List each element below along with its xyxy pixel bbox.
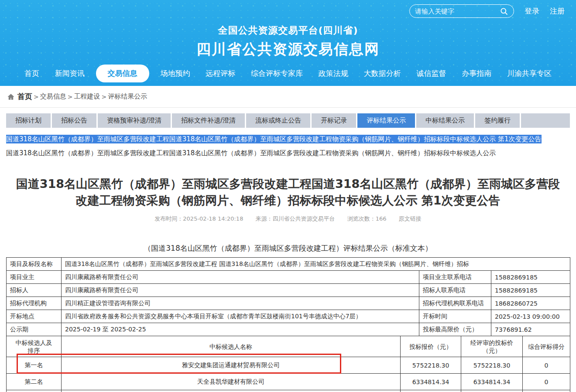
selected-text[interactable]: 国道318名山区黑竹（成都界）至雨城区多营段改建工程国道318名山区黑竹（成都界…	[6, 135, 542, 143]
breadcrumb-separator: >	[68, 93, 73, 100]
value-cell: 7376891.62	[491, 323, 570, 336]
tab-bid-opening-record[interactable]: 开标记录	[312, 113, 356, 128]
label-cell: 公示期	[7, 323, 62, 336]
reviewed-cell: 5752218.30	[461, 357, 523, 374]
nav-item-venue-booking[interactable]: 场地预约	[156, 65, 194, 82]
source: 来源：四川省公共资源交易平台	[256, 215, 335, 222]
rank-cell: 第二名	[7, 374, 62, 390]
page-title: 国道318名山区黑竹（成都界）至雨城区多营段改建工程国道318名山区黑竹（成都界…	[11, 176, 565, 209]
platform-title: 全国公共资源交易平台(四川省)	[0, 24, 576, 37]
breadcrumb-evaluation-result[interactable]: 评标结果公示	[108, 92, 147, 101]
candidate-row-3: 第三名	[7, 390, 570, 392]
label-cell: 开标地点	[7, 310, 62, 323]
tab-bidding-plan[interactable]: 招标计划	[6, 113, 51, 128]
label-cell: 招标人	[7, 284, 62, 297]
value-cell: 国道318名山区黑竹（成都界）至雨城区多营段改建工程 国道318名山区黑竹（成都…	[62, 258, 570, 271]
candidate-name-cell	[62, 390, 401, 392]
tab-prequalification-addendum[interactable]: 资格预审补遗/澄清	[98, 113, 171, 128]
header-bid: 投标报价（元）	[401, 336, 461, 357]
value-cell: 四川康藏路桥有限责任公司	[62, 271, 419, 284]
rank-cell: 第一名	[7, 357, 62, 374]
nav-item-integrity[interactable]: 诚信监督	[412, 65, 450, 82]
label-cell: 投标最高限价（元）	[419, 323, 491, 336]
score-cell: 0	[523, 357, 570, 374]
register-link[interactable]: 注册	[550, 6, 565, 16]
candidate-name-cell: 天全县凯华建材有限公司	[62, 374, 401, 390]
view-count: 浏览次数：166	[347, 215, 387, 222]
score-cell	[523, 390, 570, 392]
reviewed-cell	[461, 390, 523, 392]
project-info-table: 项目及标段名称 国道318名山区黑竹（成都界）至雨城区多营段改建工程 国道318…	[6, 257, 570, 336]
table-row: 项目业主 四川康藏路桥有限责任公司 项目业主联系电话 15882869185	[7, 271, 570, 284]
search-icon[interactable]	[500, 7, 508, 16]
nav-item-big-data[interactable]: 大数据分析	[360, 65, 405, 82]
breadcrumb-trade-info[interactable]: 交易信息	[40, 92, 66, 101]
value-cell: 四川精正建设管理咨询有限公司	[62, 297, 419, 310]
table-row: 公示期 2025-02-19 至 2025-02-25 投标最高限价（元） 73…	[7, 323, 570, 336]
label-cell: 招标代理机构联系电话	[419, 297, 491, 310]
nav-item-chuanyu-zone[interactable]: 川渝共享专区	[503, 65, 556, 82]
score-cell: 0	[523, 374, 570, 390]
reviewed-cell: 6334814.34	[461, 374, 523, 390]
value-cell: 2025-02-13 09:00:00	[491, 310, 570, 323]
value-cell: 四川省政府政务服务和公共资源交易服务中心本项目开标室（成都市青羊区鼓楼南街101…	[62, 310, 419, 323]
value-cell: 四川康藏路桥有限责任公司	[62, 284, 419, 297]
header-top-bar: 登录 注册	[409, 4, 565, 18]
main-nav: 首页 新闻资讯 交易信息 场地预约 远程评标 综合评标专家库 政策法规 大数据分…	[0, 64, 576, 82]
tab-failed-terminated[interactable]: 流标或终止公告	[246, 113, 310, 128]
nav-item-guide[interactable]: 办事指南	[457, 65, 496, 82]
tab-bidding-announcement[interactable]: 招标公告	[52, 113, 96, 128]
nav-item-remote-evaluation[interactable]: 远程评标	[201, 65, 240, 82]
header-score: 综合评标得分	[523, 336, 570, 357]
bid-cell: 5752218.30	[401, 357, 461, 374]
bid-cell: 6334814.34	[401, 374, 461, 390]
nav-item-policies[interactable]: 政策法规	[314, 65, 353, 82]
tab-bar: 招标计划 招标公告 资格预审补遗/澄清 招标文件补遗/澄清 流标或终止公告 开标…	[6, 113, 570, 128]
result-table-wrap: 项目及标段名称 国道318名山区黑竹（成都界）至雨城区多营段改建工程 国道318…	[6, 257, 570, 392]
search-box[interactable]	[409, 4, 514, 18]
label-cell: 项目业主联系电话	[419, 271, 491, 284]
breadcrumb-separator: >	[34, 93, 39, 100]
nav-item-home[interactable]: 首页	[20, 65, 44, 82]
tab-bar-filler	[521, 113, 570, 128]
candidate-row-1: 第一名 雅安交建集团运通建材贸易有限公司 5752218.30 5752218.…	[7, 357, 570, 374]
article-meta: 发布时间：2025-02-18 14:20:18 来源：四川省公共资源交易平台 …	[0, 215, 576, 223]
announcement-link[interactable]: 国道318名山区黑竹（成都界）至雨城区多营段改建工程国道318名山区黑竹（成都界…	[6, 149, 570, 157]
candidates-header-row: 中标候选人及排序 中标候选人名称 投标报价（元） 经评审的投标价（元） 综合评标…	[7, 336, 570, 357]
home-icon[interactable]	[7, 93, 15, 101]
announcement-link-selected[interactable]: 国道318名山区黑竹（成都界）至雨城区多营段改建工程国道318名山区黑竹（成都界…	[6, 134, 570, 144]
nav-item-expert-pool[interactable]: 综合评标专家库	[247, 65, 307, 82]
site-header: 登录 注册 全国公共资源交易平台(四川省) 四川省公共资源交易信息网 首页 新闻…	[0, 0, 576, 86]
original-link[interactable]: 原文链接	[399, 215, 422, 222]
breadcrumb: 首页 > 交易信息 > 工程建设 > 评标结果公示	[0, 86, 576, 108]
header-rank: 中标候选人及排序	[7, 336, 62, 357]
table-row: 开标地点 四川省政府政务服务和公共资源交易服务中心本项目开标室（成都市青羊区鼓楼…	[7, 310, 570, 323]
label-cell: 开标时间	[419, 310, 491, 323]
value-cell: 15882869185	[491, 271, 570, 284]
tab-bid-doc-addendum[interactable]: 招标文件补遗/澄清	[172, 113, 245, 128]
label-cell: 招标人联系电话	[419, 284, 491, 297]
login-link[interactable]: 登录	[525, 6, 539, 16]
breadcrumb-home[interactable]: 首页	[17, 92, 32, 102]
table-row: 招标人 四川康藏路桥有限责任公司 招标人联系电话 15882869185	[7, 284, 570, 297]
nav-item-news[interactable]: 新闻资讯	[51, 65, 89, 82]
table-row: 项目及标段名称 国道318名山区黑竹（成都界）至雨城区多营段改建工程 国道318…	[7, 258, 570, 271]
nav-item-trade-info[interactable]: 交易信息	[96, 65, 149, 82]
value-cell: 15882869185	[491, 284, 570, 297]
header-name: 中标候选人名称	[62, 336, 401, 357]
search-input[interactable]	[415, 7, 500, 15]
breadcrumb-engineering[interactable]: 工程建设	[74, 92, 100, 101]
label-cell: 项目业主	[7, 271, 62, 284]
value-cell: 2025-02-19 至 2025-02-25	[62, 323, 419, 336]
label-cell: 招标代理机构	[7, 297, 62, 310]
table-caption: （国道318名山区黑竹（成都界）至雨城区多营段改建工程）评标结果公示（标准文本）	[0, 243, 576, 253]
tab-contract-performance[interactable]: 签约履行	[475, 113, 520, 128]
site-title: 四川省公共资源交易信息网	[0, 40, 576, 59]
candidate-row-2: 第二名 天全县凯华建材有限公司 6334814.34 6334814.34 0	[7, 374, 570, 390]
tab-evaluation-result[interactable]: 评标结果公示	[357, 113, 415, 128]
tab-winning-result[interactable]: 中标结果公示	[416, 113, 474, 128]
bid-cell	[401, 390, 461, 392]
label-cell: 项目及标段名称	[7, 258, 62, 271]
table-row: 招标代理机构 四川精正建设管理咨询有限公司 招标代理机构联系电话 1868286…	[7, 297, 570, 310]
breadcrumb-separator: >	[101, 93, 106, 100]
